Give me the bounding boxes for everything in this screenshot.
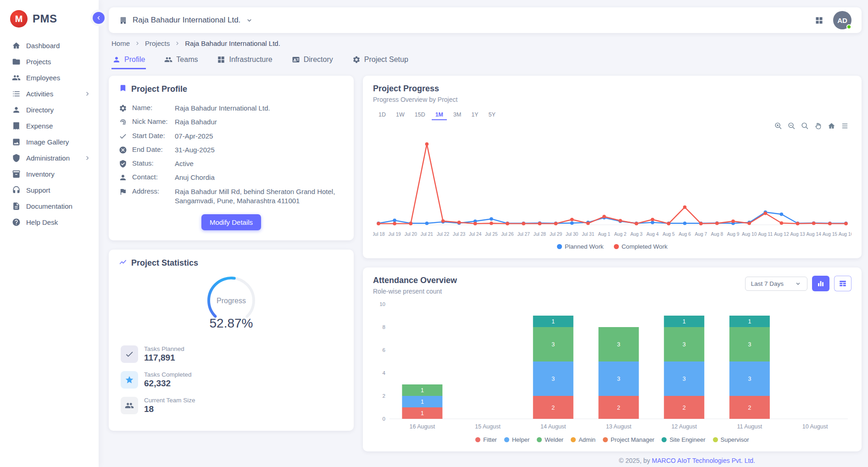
sidebar-item-expense[interactable]: Expense	[0, 118, 99, 134]
svg-text:3: 3	[617, 376, 620, 382]
chart-view-toggle[interactable]	[812, 276, 829, 291]
legend-welder[interactable]: Welder	[537, 436, 563, 443]
menu-icon[interactable]	[841, 122, 849, 130]
chart-icon	[119, 258, 127, 266]
tab-teams[interactable]: Teams	[163, 50, 199, 69]
sidebar-item-employees[interactable]: Employees	[0, 70, 99, 86]
svg-text:2: 2	[683, 405, 686, 411]
range-1w[interactable]: 1W	[392, 110, 408, 120]
topbar: Raja Bahadur International Ltd. AD	[109, 7, 862, 33]
project-profile-card: Project Profile Name:Raja Bahadur Intern…	[109, 76, 354, 240]
legend-helper[interactable]: Helper	[504, 436, 529, 443]
range-5y[interactable]: 5Y	[485, 110, 499, 120]
progress-gauge-container: Progress 52.87%	[199, 274, 263, 332]
sidebar-item-activities[interactable]: Activities	[0, 86, 99, 102]
sidebar-item-image-gallery[interactable]: Image Gallery	[0, 134, 99, 150]
zoom-out-icon[interactable]	[788, 122, 796, 130]
svg-text:Aug 7: Aug 7	[695, 232, 707, 237]
sidebar-item-label: Activities	[26, 90, 53, 98]
sidebar-item-dashboard[interactable]: Dashboard	[0, 38, 99, 54]
company-selector[interactable]: Raja Bahadur International Ltd.	[119, 16, 253, 25]
sidebar-item-support[interactable]: Support	[0, 182, 99, 198]
attendance-bar-chart[interactable]: 024681011116 August15 August233114 Augus…	[373, 299, 851, 433]
sidebar-item-documentation[interactable]: Documentation	[0, 198, 99, 214]
sidebar-item-help-desk[interactable]: Help Desk	[0, 214, 99, 230]
line-chart-mount: Jul 18Jul 19Jul 20Jul 21Jul 22Jul 23Jul …	[373, 130, 851, 242]
left-column: Project Profile Name:Raja Bahadur Intern…	[109, 76, 354, 431]
breadcrumb-item-home[interactable]: Home	[111, 39, 130, 47]
brand[interactable]: M PMS	[0, 0, 99, 31]
table-view-toggle[interactable]	[834, 276, 851, 291]
svg-text:3: 3	[617, 341, 620, 348]
fingerprint-icon	[119, 118, 127, 126]
employees-icon	[12, 73, 21, 82]
chevron-right-icon	[83, 154, 91, 162]
home-icon[interactable]	[828, 122, 835, 130]
image-gallery-icon	[12, 138, 21, 146]
bookmark-icon	[119, 84, 127, 92]
zoom-in-icon[interactable]	[774, 122, 782, 130]
sidebar-item-label: Employees	[26, 74, 60, 82]
person-icon	[119, 173, 127, 182]
svg-text:Jul 24: Jul 24	[469, 232, 482, 237]
legend-completed-work[interactable]: Completed Work	[614, 243, 668, 250]
project-progress-card: Project Progress Progress Overview by Pr…	[363, 76, 862, 258]
pan-icon[interactable]	[814, 122, 822, 130]
progress-line-chart[interactable]: Jul 18Jul 19Jul 20Jul 21Jul 22Jul 23Jul …	[373, 130, 851, 240]
chevron-left-icon	[95, 14, 102, 22]
flag-icon	[119, 188, 127, 196]
apps-grid-button[interactable]	[814, 16, 824, 25]
legend-fitter[interactable]: Fitter	[475, 436, 497, 443]
star-icon	[125, 375, 134, 384]
svg-text:2: 2	[383, 393, 385, 399]
sidebar-collapse-button[interactable]	[93, 12, 105, 24]
svg-text:6: 6	[383, 347, 385, 353]
tab-directory[interactable]: Directory	[291, 50, 334, 69]
breadcrumb-item-projects[interactable]: Projects	[145, 39, 170, 47]
range-3m[interactable]: 3M	[450, 110, 465, 120]
sidebar-item-directory[interactable]: Directory	[0, 102, 99, 118]
modify-details-button[interactable]: Modify Details	[201, 214, 261, 230]
svg-text:3: 3	[748, 376, 751, 382]
apps-grid-icon	[814, 16, 824, 25]
gauge-value: 52.87%	[199, 316, 263, 331]
gear-icon	[119, 104, 127, 112]
sidebar-item-administration[interactable]: Administration	[0, 150, 99, 166]
legend-supervisor[interactable]: Supervisor	[713, 436, 749, 443]
content-grid: Project Profile Name:Raja Bahadur Intern…	[109, 76, 862, 451]
profile-fields: Name:Raja Bahadur International Ltd.Nick…	[119, 101, 344, 208]
projects-icon	[12, 57, 21, 66]
sidebar-item-inventory[interactable]: Inventory	[0, 166, 99, 182]
svg-text:0: 0	[383, 416, 385, 422]
footer-link[interactable]: MARCO AIoT Technologies Pvt. Ltd.	[652, 457, 755, 464]
range-1m[interactable]: 1M	[432, 110, 447, 120]
profile-card-title-icon-slot	[119, 84, 127, 95]
legend-planned-work[interactable]: Planned Work	[557, 243, 604, 250]
days-filter-select[interactable]: Last 7 Days	[745, 277, 807, 291]
breadcrumb-separator-icon	[134, 40, 141, 47]
avatar[interactable]: AD	[833, 11, 851, 29]
gear-icon	[352, 56, 361, 64]
selection-zoom-icon[interactable]	[801, 122, 809, 130]
legend-admin[interactable]: Admin	[571, 436, 595, 443]
range-1d[interactable]: 1D	[375, 110, 389, 120]
svg-text:Aug 3: Aug 3	[630, 232, 643, 237]
svg-text:Jul 28: Jul 28	[534, 232, 546, 237]
tab-project-setup[interactable]: Project Setup	[351, 50, 409, 69]
stat-current-team-size: Current Team Size18	[121, 397, 344, 414]
svg-text:Aug 13: Aug 13	[790, 232, 805, 237]
legend-site-engineer[interactable]: Site Engineer	[662, 436, 705, 443]
sidebar-item-label: Support	[26, 186, 50, 194]
range-15d[interactable]: 15D	[411, 110, 429, 120]
brand-name: PMS	[33, 12, 57, 25]
tab-infrastructure[interactable]: Infrastructure	[216, 50, 273, 69]
legend-project-manager[interactable]: Project Manager	[603, 436, 654, 443]
inventory-icon	[12, 170, 21, 178]
svg-text:Aug 4: Aug 4	[646, 232, 659, 237]
range-1y[interactable]: 1Y	[467, 110, 482, 120]
table-icon	[839, 279, 847, 288]
sidebar-item-projects[interactable]: Projects	[0, 54, 99, 70]
tab-profile[interactable]: Profile	[111, 50, 146, 69]
svg-text:12 August: 12 August	[671, 423, 697, 430]
administration-icon	[12, 154, 21, 162]
